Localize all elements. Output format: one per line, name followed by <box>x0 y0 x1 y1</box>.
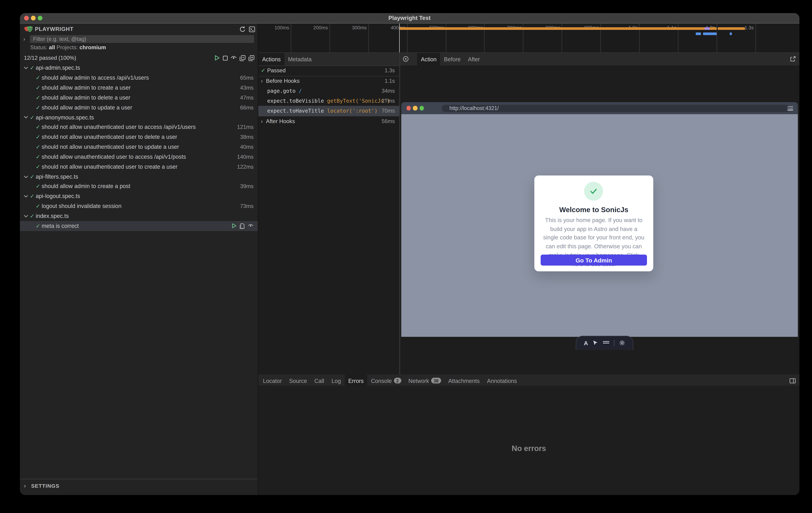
test-title: should allow admin to update a user <box>41 103 132 112</box>
tab-annotations[interactable]: Annotations <box>483 374 521 387</box>
tab-metadata[interactable]: Metadata <box>284 53 315 65</box>
action-row[interactable]: expect.toHaveTitle locator(':root')70ms <box>258 106 399 116</box>
action-row[interactable]: expect.toBeVisible getByText('SonicJs')2… <box>258 96 399 106</box>
settings-section[interactable]: › SETTINGS <box>20 479 258 494</box>
pass-check-icon: ✓ <box>36 73 40 83</box>
trace-span-network[interactable] <box>718 27 745 30</box>
hook-label: After Hooks <box>266 116 295 126</box>
trace-timeline[interactable]: 100ms200ms300ms400ms500ms600ms700ms800ms… <box>258 24 799 53</box>
snapshot-tabstrip: ActionBeforeAfter <box>400 53 799 66</box>
spec-file-row[interactable]: ✓api-admin.spec.ts <box>20 63 258 73</box>
hook-row[interactable]: ›After Hooks56ms <box>258 116 399 126</box>
tab-after[interactable]: After <box>464 53 484 65</box>
test-title: should not allow unauthenticated user to… <box>41 132 177 142</box>
tab-before[interactable]: Before <box>440 53 464 65</box>
timeline-gridline <box>717 24 717 53</box>
test-title: should allow admin to create a post <box>41 181 130 191</box>
tab-count-badge: 38 <box>431 378 441 383</box>
sidebar: PLAYWRIGHT › Filter (e.g. text, @tag) St… <box>20 24 258 495</box>
trace-span-event[interactable] <box>730 32 732 35</box>
tab-errors[interactable]: Errors <box>345 374 367 387</box>
collapse-chevron-icon[interactable] <box>23 63 28 73</box>
test-row[interactable]: ✓should allow admin to create a post39ms <box>20 181 258 191</box>
open-external-icon[interactable] <box>790 53 795 65</box>
astro-dev-toolbar[interactable]: A <box>576 336 633 350</box>
success-check-icon <box>584 181 603 200</box>
hook-row[interactable]: ›Before Hooks1.1s <box>258 76 399 86</box>
test-row[interactable]: ✓should not allow unauthenticated user t… <box>20 162 258 172</box>
tab-attachments[interactable]: Attachments <box>444 374 483 387</box>
timeline-tick-label: 200ms <box>296 25 328 31</box>
spec-file-row[interactable]: ✓api-anonymous.spec.ts <box>20 112 258 122</box>
action-duration: 1.3s <box>385 66 395 76</box>
snapshot-close-icon <box>406 106 411 110</box>
test-row[interactable]: ✓should allow admin to delete a user47ms <box>20 93 258 103</box>
test-duration: 65ms <box>240 73 254 83</box>
tab-label: Errors <box>348 377 364 384</box>
tab-call[interactable]: Call <box>311 374 328 387</box>
spec-file-row[interactable]: ✓api-logout.spec.ts <box>20 191 258 201</box>
status-label: Passed <box>267 66 286 76</box>
show-source-icon[interactable] <box>239 223 245 229</box>
test-row[interactable]: ✓meta is correct <box>20 221 258 231</box>
gear-icon[interactable] <box>619 340 625 346</box>
settings-label: SETTINGS <box>31 480 59 492</box>
desktop: Playwright Test PLAYWRIGHT <box>0 0 812 513</box>
toggle-panel-layout-icon[interactable] <box>789 374 795 387</box>
astro-logo-icon[interactable]: A <box>584 340 588 346</box>
collapse-chevron-icon[interactable] <box>23 112 28 122</box>
welcome-title: Welcome to SonicJs <box>534 206 653 213</box>
action-label: page.goto / <box>267 86 302 96</box>
action-duration: 34ms <box>382 86 395 96</box>
test-row[interactable]: ✓should allow admin to update a user66ms <box>20 103 258 112</box>
address-bar[interactable]: http://localhost:4321/ <box>442 105 790 112</box>
timeline-split-handle[interactable] <box>399 24 400 53</box>
pass-check-icon: ✓ <box>36 93 40 103</box>
go-to-admin-button[interactable]: Go To Admin <box>541 255 647 265</box>
collapse-chevron-icon[interactable] <box>23 211 28 221</box>
spec-file-row[interactable]: ✓api-filters.spec.ts <box>20 172 258 181</box>
expand-chevron-icon: › <box>261 116 263 126</box>
action-row[interactable]: page.goto /34ms <box>258 86 399 96</box>
pick-locator-icon[interactable] <box>402 53 409 65</box>
spec-file-name: api-logout.spec.ts <box>36 191 80 201</box>
run-test-icon[interactable] <box>232 223 237 229</box>
test-row[interactable]: ✓should allow admin to create a user43ms <box>20 83 258 93</box>
test-row[interactable]: ✓logout should invalidate session73ms <box>20 201 258 211</box>
pass-check-icon: ✓ <box>36 132 40 142</box>
menu-lines-icon[interactable] <box>603 341 609 345</box>
tab-console[interactable]: Console2 <box>367 374 405 387</box>
pass-check-icon: ✓ <box>36 221 40 231</box>
tab-source[interactable]: Source <box>286 374 311 387</box>
test-title: meta is correct <box>41 221 79 231</box>
test-row[interactable]: ✓should allow admin to access /api/v1/us… <box>20 73 258 83</box>
test-row[interactable]: ✓should not allow unauthenticated user t… <box>20 132 258 142</box>
test-row[interactable]: ✓should not allow unauthenticated user t… <box>20 122 258 132</box>
action-label: expect.toBeVisible getByText('SonicJs') <box>267 96 390 106</box>
test-duration: 122ms <box>237 162 254 172</box>
test-row[interactable]: ✓should not allow unauthenticated user t… <box>20 142 258 152</box>
watch-test-icon[interactable] <box>248 224 254 228</box>
collapse-chevron-icon[interactable] <box>23 191 28 201</box>
trace-span-event[interactable] <box>696 32 701 35</box>
action-locator: / <box>295 88 302 94</box>
test-status-row[interactable]: ✓Passed1.3s <box>258 66 399 76</box>
test-duration: 38ms <box>240 132 254 142</box>
spec-file-row[interactable]: ✓index.spec.ts <box>20 211 258 221</box>
chevron-wrap <box>23 172 29 181</box>
main-area: 100ms200ms300ms400ms500ms600ms700ms800ms… <box>258 24 799 495</box>
collapse-chevron-icon[interactable] <box>23 172 28 181</box>
trace-span-network[interactable] <box>400 27 717 30</box>
test-row[interactable]: ✓should allow unauthenticated user to ac… <box>20 152 258 162</box>
tab-network[interactable]: Network38 <box>405 374 444 387</box>
tab-label: Network <box>408 377 429 384</box>
tab-action[interactable]: Action <box>417 53 440 65</box>
inspect-icon[interactable] <box>593 340 599 346</box>
test-title: should allow admin to create a user <box>41 83 130 93</box>
tab-actions[interactable]: Actions <box>258 53 284 65</box>
tab-locator[interactable]: Locator <box>259 374 286 387</box>
trace-span-event[interactable] <box>703 32 717 35</box>
trace-span-action[interactable] <box>705 27 710 30</box>
tab-log[interactable]: Log <box>328 374 345 387</box>
toolbar-divider <box>614 340 615 346</box>
